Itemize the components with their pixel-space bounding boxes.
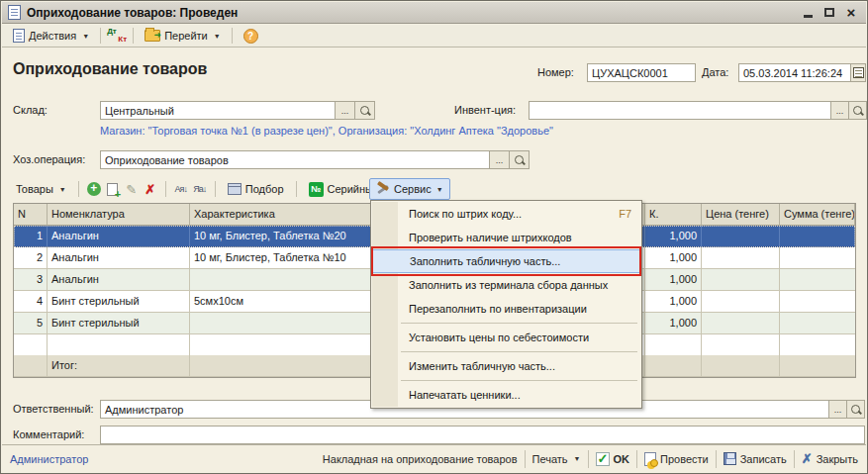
help-icon: ? <box>243 29 258 44</box>
chevron-down-icon: ▼ <box>574 455 581 462</box>
page-title: Оприходование товаров <box>13 60 207 78</box>
sort-asc-button[interactable]: Ая↓ <box>173 181 189 197</box>
menu-item-print-price-tags[interactable]: Напечатать ценники... <box>371 383 641 407</box>
close-button[interactable]: × <box>840 4 862 21</box>
ok-button[interactable]: OK <box>596 452 630 466</box>
menu-item-fill-from-terminal[interactable]: Заполнить из терминала сбора данных <box>371 273 641 297</box>
floppy-save-icon <box>723 452 736 465</box>
menu-item-fill-table[interactable]: Заполнить табличную часть... <box>372 249 640 273</box>
cell-sum <box>780 291 855 313</box>
row-number: 2 <box>14 247 48 269</box>
delete-row-button[interactable]: ✗ <box>143 181 158 197</box>
tovary-label: Товары <box>16 183 53 195</box>
cell-nomenclature: Анальгин <box>48 247 190 269</box>
serial-number-icon: № <box>309 182 324 197</box>
inventory-label: Инвент-ция: <box>454 104 516 116</box>
document-icon <box>8 5 21 20</box>
calendar-button[interactable] <box>850 63 866 82</box>
toolbar-separator <box>78 181 79 197</box>
operation-label: Хоз.операция: <box>13 153 85 165</box>
shortcut-label: F7 <box>619 208 631 220</box>
cell-nomenclature: Бинт стерильный <box>48 291 190 313</box>
warehouse-field[interactable]: Центральный <box>100 101 336 120</box>
menu-item-set-cost-prices[interactable]: Установить цены по себестоимости <box>371 326 641 349</box>
tovary-button[interactable]: Товары ▼ <box>11 181 71 197</box>
minimize-button[interactable] <box>797 4 819 21</box>
current-user-link[interactable]: Администратор <box>10 453 88 465</box>
print-button[interactable]: Печать ▼ <box>532 453 581 465</box>
comment-field[interactable] <box>100 426 865 444</box>
menu-item-label: Напечатать ценники... <box>409 389 521 401</box>
operation-field[interactable]: Оприходование товаров <box>100 150 490 169</box>
document-type-label: Накладная на оприходование товаров <box>323 453 518 465</box>
warehouse-caption-link[interactable]: Магазин: "Торговая точка №1 (в разрезе ц… <box>100 125 553 137</box>
dt-kt-button[interactable]: Дт Кт <box>107 28 127 44</box>
warehouse-search-button[interactable] <box>354 101 375 120</box>
chevron-down-icon: ▼ <box>436 186 443 193</box>
row-number: 4 <box>14 291 48 313</box>
toolbar-separator <box>232 28 233 44</box>
dt-label: Дт <box>107 28 117 36</box>
operation-search-button[interactable] <box>509 150 530 169</box>
col-header-k[interactable]: К. <box>645 204 702 226</box>
col-header-price[interactable]: Цена (тенге) <box>702 204 780 226</box>
cell-sum <box>780 247 855 269</box>
cell-sum <box>780 226 855 247</box>
actions-label: Действия <box>29 30 76 42</box>
operation-select-button[interactable]: ... <box>489 150 510 169</box>
cell-price <box>702 269 780 291</box>
close-form-button[interactable]: ✗ Закрыть <box>802 451 858 466</box>
statusbar-separator <box>794 450 795 468</box>
title-bar: Оприходование товаров: Проведен × <box>2 2 866 24</box>
goto-button[interactable]: Перейти ▼ <box>140 28 226 44</box>
col-header-nomenclature[interactable]: Номенклатура <box>48 204 190 226</box>
cell-sum <box>780 313 855 334</box>
actions-button[interactable]: Действия ▼ <box>8 27 94 45</box>
actions-icon <box>13 29 25 43</box>
inventory-select-button[interactable]: ... <box>830 101 849 120</box>
date-field[interactable]: 05.03.2014 11:26:24 <box>738 63 851 82</box>
menu-item-label: Установить цены по себестоимости <box>409 332 589 343</box>
inventory-field[interactable] <box>529 101 831 120</box>
service-button[interactable]: Сервис ▼ <box>369 178 450 200</box>
edit-row-button[interactable]: ✎ <box>124 181 140 197</box>
cell-sum <box>780 269 855 291</box>
menu-item-label: Проверить наличие штрихкодов <box>409 232 572 243</box>
responsible-select-button[interactable]: ... <box>828 400 847 419</box>
search-icon <box>852 105 864 117</box>
help-button[interactable]: ? <box>239 27 263 46</box>
cell-k: 1,000 <box>645 291 702 313</box>
chevron-down-icon: ▼ <box>59 186 66 193</box>
menu-item-refill-inventory[interactable]: Перезаполнить по инвентаризации <box>371 297 641 321</box>
service-label: Сервис <box>394 183 432 195</box>
total-label: Итог: <box>48 355 190 377</box>
save-button[interactable]: Записать <box>723 452 787 465</box>
warehouse-select-button[interactable]: ... <box>335 101 355 120</box>
pick-list-icon <box>228 183 241 195</box>
maximize-button[interactable] <box>819 4 840 21</box>
document-type-button[interactable]: Накладная на оприходование товаров <box>323 453 518 465</box>
post-label: Провести <box>660 453 709 465</box>
cell-price <box>702 291 780 313</box>
warehouse-label: Склад: <box>13 104 48 116</box>
col-header-sum[interactable]: Сумма (тенге) <box>780 204 855 226</box>
post-button[interactable]: Провести <box>644 452 709 466</box>
delete-x-icon: ✗ <box>145 182 155 197</box>
responsible-search-button[interactable] <box>846 400 865 419</box>
menu-item-check-barcodes[interactable]: Проверить наличие штрихкодов <box>371 226 641 249</box>
cell-price <box>702 313 780 334</box>
number-field[interactable]: ЦУХАЦСК0001 <box>587 63 696 82</box>
sort-desc-button[interactable]: Яа↓ <box>192 181 208 197</box>
menu-item-change-table[interactable]: Изменить табличную часть... <box>371 354 641 378</box>
copy-add-icon <box>107 183 118 196</box>
inventory-search-button[interactable] <box>848 101 867 120</box>
copy-row-button[interactable] <box>105 181 121 197</box>
responsible-label: Ответственный: <box>13 403 94 415</box>
statusbar-separator <box>588 450 589 468</box>
podbor-button[interactable]: Подбор <box>223 181 289 197</box>
col-header-n[interactable]: N <box>14 204 48 226</box>
menu-item-barcode-search[interactable]: Поиск по штрих коду... F7 <box>371 202 641 226</box>
main-toolbar: Действия ▼ Дт Кт Перейти ▼ ? <box>2 25 866 47</box>
add-row-button[interactable]: + <box>86 181 102 197</box>
search-icon <box>850 404 862 416</box>
